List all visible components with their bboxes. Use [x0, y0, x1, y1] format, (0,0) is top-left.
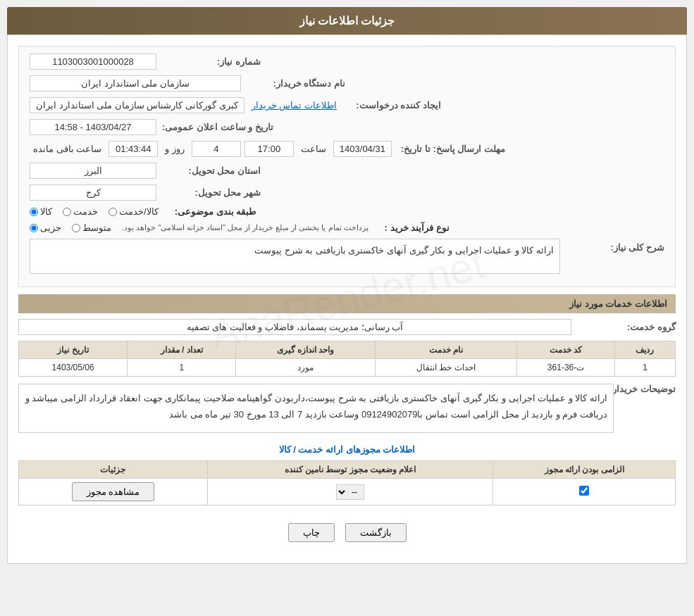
permits-col-status: اعلام وضعیت مجوز توسط نامین کننده — [207, 461, 492, 479]
permit-required-checkbox[interactable] — [579, 486, 589, 496]
permits-table: الزامی بودن ارائه مجوز اعلام وضعیت مجوز … — [18, 460, 676, 505]
category-option-3[interactable]: کالا/خدمت — [109, 206, 159, 217]
cell-quantity: 1 — [128, 359, 236, 377]
description-row: شرح کلی نیاز: ارائه کالا و عملیات اجرایی… — [30, 239, 664, 274]
announce-label: تاریخ و ساعت اعلان عمومی: — [162, 122, 273, 132]
category-label: طبقه بندی موضوعی: — [175, 206, 256, 217]
city-value: کرج — [30, 184, 156, 201]
col-date: تاریخ نیاز — [19, 341, 128, 359]
province-label: استان محل تحویل: — [162, 165, 261, 176]
purchase-option-1-label: جزیی — [40, 222, 61, 233]
table-row: -- مشاهده مجوز — [19, 479, 676, 505]
creator-row: ایجاد کننده درخواست: اطلاعات تماس خریدار… — [30, 97, 664, 113]
buyer-org-label: نام دستگاه خریدار: — [247, 78, 345, 89]
need-number-row: شماره نیاز: 1103003001000028 — [30, 54, 664, 70]
city-label: شهر محل تحویل: — [162, 187, 261, 198]
deadline-row: مهلت ارسال پاسخ: تا تاریخ: 1403/04/31 سا… — [30, 141, 664, 157]
info-section: شماره نیاز: 1103003001000028 نام دستگاه … — [18, 46, 676, 287]
permit-status-cell[interactable]: -- — [207, 479, 492, 505]
buyer-org-row: نام دستگاه خریدار: سازمان ملی استاندارد … — [30, 75, 664, 92]
purchase-type-row: نوع فرآیند خرید : پرداخت تمام یا بخشی از… — [30, 222, 664, 233]
purchase-radio-2[interactable] — [72, 224, 80, 232]
category-row: طبقه بندی موضوعی: کالا/خدمت خدمت کالا — [30, 206, 664, 217]
category-radio-1[interactable] — [30, 208, 38, 216]
col-row-num: ردیف — [614, 341, 675, 359]
creator-contact-link[interactable]: اطلاعات تماس خریدار — [252, 100, 337, 111]
announce-value: 1403/04/27 - 14:58 — [30, 119, 156, 135]
purchase-note: پرداخت تمام یا بخشی از مبلغ خریدار از مح… — [122, 223, 368, 232]
deadline-remaining: 01:43:44 — [109, 141, 158, 157]
need-number-value: 1103003001000028 — [30, 54, 156, 70]
deadline-time: 17:00 — [244, 141, 294, 157]
service-group-row: گروه خدمت: آب رسانی؛ مدیریت پسماند، فاضل… — [18, 319, 676, 335]
province-row: استان محل تحویل: البرز — [30, 163, 664, 179]
category-option-1[interactable]: کالا — [30, 206, 52, 217]
creator-label: ایجاد کننده درخواست: — [342, 100, 441, 111]
back-button[interactable]: بازگشت — [345, 523, 407, 542]
purchase-type-label: نوع فرآیند خرید : — [385, 222, 450, 233]
service-table-section: ردیف کد خدمت نام خدمت واحد اندازه گیری ت… — [18, 341, 676, 377]
deadline-days-label: روز و — [165, 144, 185, 154]
permits-table-container: الزامی بودن ارائه مجوز اعلام وضعیت مجوز … — [18, 460, 676, 505]
buyer-org-value: سازمان ملی استاندارد ایران — [30, 75, 241, 92]
action-buttons: بازگشت چاپ — [18, 513, 676, 553]
category-radio-3[interactable] — [109, 208, 117, 216]
col-unit: واحد اندازه گیری — [236, 341, 375, 359]
deadline-remaining-label: ساعت باقی مانده — [33, 144, 101, 154]
permits-section-title[interactable]: اطلاعات مجوزهای ارائه خدمت / کالا — [18, 439, 676, 460]
notes-text: ارائه کالا و عملیات اجرایی و بکار گیری آ… — [18, 384, 614, 433]
description-label: شرح کلی نیاز: — [566, 239, 664, 253]
page-header: جزئیات اطلاعات نیاز — [7, 7, 687, 34]
category-option-1-label: کالا — [40, 206, 52, 217]
col-quantity: تعداد / مقدار — [128, 341, 236, 359]
deadline-time-label: ساعت — [301, 144, 326, 154]
cell-date: 1403/05/06 — [19, 359, 128, 377]
cell-service-code: ت-36-361 — [517, 359, 615, 377]
notes-row: توضیحات خریدار: ارائه کالا و عملیات اجرا… — [18, 384, 676, 433]
col-service-code: کد خدمت — [517, 341, 615, 359]
cell-unit: مورد — [236, 359, 375, 377]
province-value: البرز — [30, 163, 156, 179]
category-radio-2[interactable] — [63, 208, 71, 216]
creator-value: کبری گورکانی کارشناس سازمان ملی استاندار… — [30, 97, 244, 113]
cell-row-num: 1 — [614, 359, 675, 377]
cell-service-name: احداث خط انتقال — [375, 359, 516, 377]
deadline-date: 1403/04/31 — [333, 141, 392, 157]
permit-required-cell — [493, 479, 676, 505]
category-option-3-label: کالا/خدمت — [119, 206, 159, 217]
table-header-row: ردیف کد خدمت نام خدمت واحد اندازه گیری ت… — [19, 341, 676, 359]
description-value: ارائه کالا و عملیات اجرایی و بکار گیری آ… — [30, 239, 560, 274]
page-title: جزئیات اطلاعات نیاز — [299, 15, 395, 27]
purchase-option-2[interactable]: متوسط — [72, 222, 111, 233]
table-row: 1 ت-36-361 احداث خط انتقال مورد 1 1403/0… — [19, 359, 676, 377]
permits-header-row: الزامی بودن ارائه مجوز اعلام وضعیت مجوز … — [19, 461, 676, 479]
deadline-label: مهلت ارسال پاسخ: تا تاریخ: — [401, 144, 505, 154]
service-section-title: اطلاعات خدمات مورد نیاز — [18, 294, 676, 313]
permit-status-select[interactable]: -- — [336, 484, 364, 500]
notes-label: توضیحات خریدار: — [619, 384, 676, 394]
permit-details-cell[interactable]: مشاهده مجوز — [19, 479, 208, 505]
permits-col-details: جزئیات — [19, 461, 208, 479]
print-button[interactable]: چاپ — [288, 523, 335, 542]
purchase-radio-1[interactable] — [30, 224, 38, 232]
service-group-value: آب رسانی؛ مدیریت پسماند، فاضلاب و فعالیت… — [18, 319, 571, 335]
category-option-2[interactable]: خدمت — [63, 206, 98, 217]
col-service-name: نام خدمت — [375, 341, 516, 359]
permits-col-required: الزامی بودن ارائه مجوز — [493, 461, 676, 479]
view-permit-button[interactable]: مشاهده مجوز — [72, 482, 155, 501]
purchase-option-1[interactable]: جزیی — [30, 222, 61, 233]
need-number-label: شماره نیاز: — [162, 56, 261, 67]
category-option-2-label: خدمت — [73, 206, 98, 217]
purchase-option-2-label: متوسط — [82, 222, 111, 233]
announce-row: تاریخ و ساعت اعلان عمومی: 1403/04/27 - 1… — [30, 119, 664, 135]
city-row: شهر محل تحویل: کرج — [30, 184, 664, 201]
service-group-label: گروه خدمت: — [577, 322, 676, 332]
service-table: ردیف کد خدمت نام خدمت واحد اندازه گیری ت… — [18, 341, 676, 377]
deadline-days: 4 — [192, 141, 241, 157]
